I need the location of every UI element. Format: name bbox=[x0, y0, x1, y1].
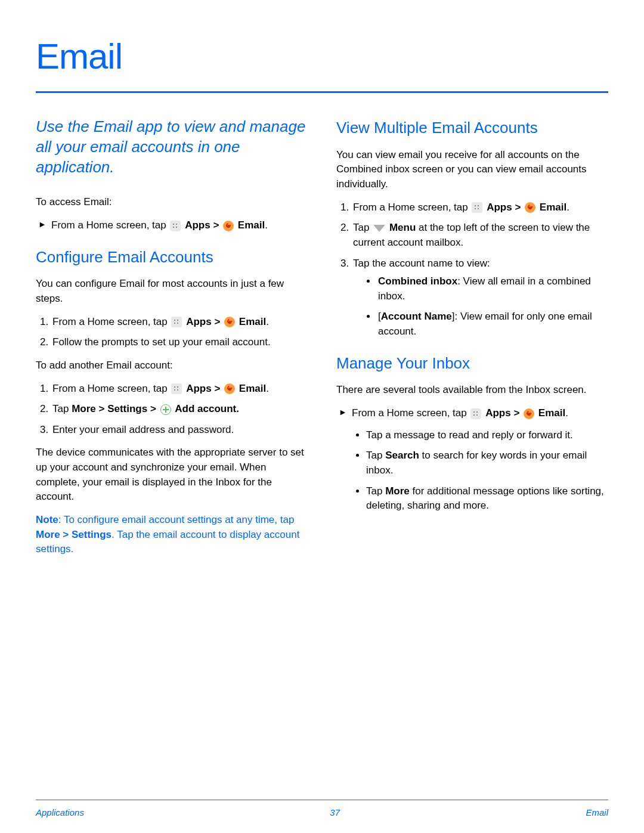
apps-icon bbox=[171, 383, 182, 394]
add-icon bbox=[160, 404, 171, 415]
view-step-3: Tap the account name to view: Combined i… bbox=[352, 256, 608, 339]
access-step-text: From a Home screen, tap bbox=[51, 219, 169, 231]
email-icon bbox=[524, 408, 534, 419]
configure-intro: You can configure Email for most account… bbox=[36, 277, 308, 306]
view-step-1: From a Home screen, tap Apps > Email. bbox=[352, 200, 608, 215]
view-intro: You can view email you receive for all a… bbox=[336, 148, 608, 192]
add-step-3: Enter your email address and password. bbox=[51, 423, 308, 438]
footer-left: Applications bbox=[36, 807, 84, 817]
sync-paragraph: The device communicates with the appropr… bbox=[36, 445, 308, 504]
access-step: ► From a Home screen, tap Apps > Email. bbox=[36, 218, 308, 233]
apps-icon bbox=[470, 408, 481, 419]
add-step-2: Tap More > Settings > Add account. bbox=[51, 402, 308, 417]
footer-right: Email bbox=[586, 807, 608, 817]
email-icon bbox=[224, 383, 235, 394]
heading-view-multiple: View Multiple Email Accounts bbox=[336, 117, 608, 140]
configure-note: Note: To configure email account setting… bbox=[36, 513, 308, 557]
menu-icon bbox=[373, 225, 385, 232]
apps-icon bbox=[171, 317, 182, 327]
apps-icon bbox=[472, 202, 482, 213]
footer-page-number: 37 bbox=[330, 807, 340, 817]
arrow-icon: ► bbox=[38, 218, 51, 233]
email-icon bbox=[224, 317, 235, 327]
add-account-steps: From a Home screen, tap Apps > Email. Ta… bbox=[36, 382, 308, 438]
email-label: Email bbox=[238, 219, 265, 231]
configure-step-2: Follow the prompts to set up your email … bbox=[51, 335, 308, 350]
view-steps: From a Home screen, tap Apps > Email. Ta… bbox=[336, 200, 608, 339]
arrow-icon: ► bbox=[339, 406, 352, 521]
manage-bullet-2: Tap Search to search for key words in yo… bbox=[366, 448, 608, 478]
manage-bullets: Tap a message to read and reply or forwa… bbox=[352, 428, 608, 513]
manage-bullet-1: Tap a message to read and reply or forwa… bbox=[366, 428, 608, 443]
heading-configure: Configure Email Accounts bbox=[36, 246, 308, 269]
add-account-label: To add another Email account: bbox=[36, 358, 308, 373]
intro-text: Use the Email app to view and manage all… bbox=[36, 117, 308, 177]
content-columns: Use the Email app to view and manage all… bbox=[36, 117, 608, 565]
view-bullet-account: [Account Name]: View email for only one … bbox=[377, 309, 608, 339]
manage-step: ► From a Home screen, tap Apps > Email. … bbox=[336, 406, 608, 521]
manage-intro: There are several tools available from t… bbox=[336, 383, 608, 398]
view-sub-bullets: Combined inbox: View all email in a comb… bbox=[353, 274, 608, 339]
title-rule bbox=[36, 91, 608, 93]
page-title: Email bbox=[36, 36, 608, 77]
configure-step-1: From a Home screen, tap Apps > Email. bbox=[51, 315, 308, 330]
view-step-2: Tap Menu at the top left of the screen t… bbox=[352, 221, 608, 250]
configure-steps: From a Home screen, tap Apps > Email. Fo… bbox=[36, 315, 308, 350]
view-bullet-combined: Combined inbox: View all email in a comb… bbox=[377, 274, 608, 304]
right-column: View Multiple Email Accounts You can vie… bbox=[336, 117, 608, 565]
left-column: Use the Email app to view and manage all… bbox=[36, 117, 308, 565]
email-icon bbox=[223, 221, 234, 231]
manage-bullet-3: Tap More for additional message options … bbox=[366, 484, 608, 513]
heading-manage-inbox: Manage Your Inbox bbox=[336, 352, 608, 375]
apps-icon bbox=[170, 221, 181, 231]
apps-label: Apps bbox=[185, 219, 210, 231]
access-label: To access Email: bbox=[36, 195, 308, 210]
email-icon bbox=[525, 202, 535, 213]
add-step-1: From a Home screen, tap Apps > Email. bbox=[51, 382, 308, 397]
page-footer: Applications 37 Email bbox=[36, 800, 608, 817]
